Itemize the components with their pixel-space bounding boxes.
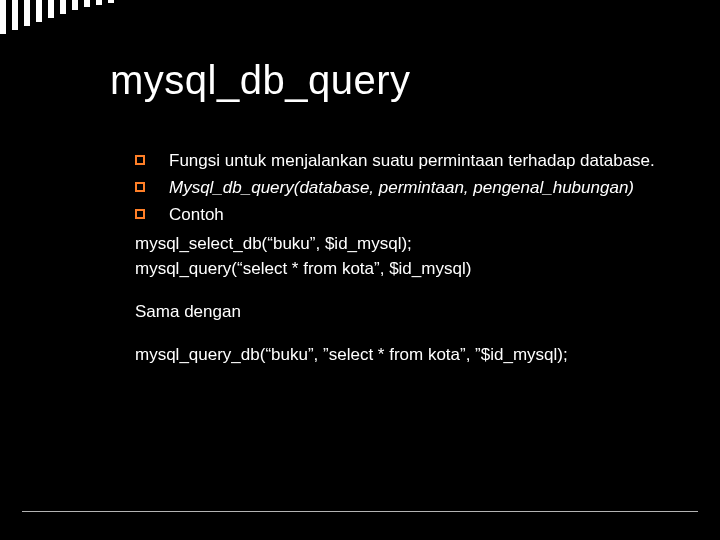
bullet-text: Contoh bbox=[169, 204, 655, 227]
bullet-text: Mysql_db_query(database, permintaan, pen… bbox=[169, 177, 655, 200]
bullet-text: Fungsi untuk menjalankan suatu permintaa… bbox=[169, 150, 655, 173]
bullet-item: Contoh bbox=[135, 204, 655, 227]
slide-title: mysql_db_query bbox=[110, 58, 411, 103]
code-line: mysql_select_db(“buku”, $id_mysql); bbox=[135, 233, 655, 256]
slide: mysql_db_query Fungsi untuk menjalankan … bbox=[0, 0, 720, 540]
bullet-marker-icon bbox=[135, 150, 169, 173]
code-line: Sama dengan bbox=[135, 301, 655, 324]
top-tick-decoration bbox=[0, 0, 720, 38]
bullet-marker-icon bbox=[135, 177, 169, 200]
example-code-block: mysql_select_db(“buku”, $id_mysql); mysq… bbox=[135, 233, 655, 367]
bottom-divider bbox=[22, 511, 698, 512]
slide-content: Fungsi untuk menjalankan suatu permintaa… bbox=[135, 150, 655, 369]
code-line: mysql_query(“select * from kota”, $id_my… bbox=[135, 258, 655, 281]
bullet-item: Fungsi untuk menjalankan suatu permintaa… bbox=[135, 150, 655, 173]
code-line: mysql_query_db(“buku”, ”select * from ko… bbox=[135, 344, 655, 367]
bullet-item: Mysql_db_query(database, permintaan, pen… bbox=[135, 177, 655, 200]
bullet-marker-icon bbox=[135, 204, 169, 227]
